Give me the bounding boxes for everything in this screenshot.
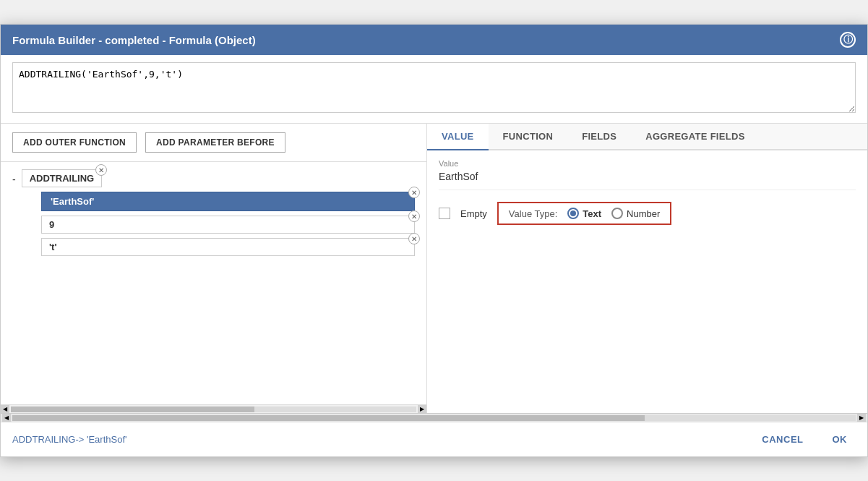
tab-content-value: Value EarthSof Empty Value Type: Text	[427, 150, 867, 413]
radio-number-label: Number	[627, 208, 660, 219]
horizontal-scroll-thumb	[11, 406, 254, 412]
horizontal-scrollbar[interactable]	[11, 406, 416, 412]
radio-text-label: Text	[583, 208, 601, 219]
add-parameter-before-button[interactable]: ADD PARAMETER BEFORE	[145, 132, 285, 153]
child-node-2-label[interactable]: 't'	[41, 238, 415, 256]
root-node-close[interactable]: ✕	[95, 164, 107, 176]
formula-area: ADDTRAILING('EarthSof',9,'t')	[1, 55, 867, 124]
value-type-label: Value Type:	[509, 208, 557, 219]
child-node-2: ✕ 't'	[41, 238, 415, 256]
child-node-0: ✕ 'EarthSof'	[41, 192, 415, 211]
value-type-box: Value Type: Text Number	[497, 202, 671, 225]
tab-fields[interactable]: FIELDS	[567, 124, 631, 150]
left-toolbar: ADD OUTER FUNCTION ADD PARAMETER BEFORE	[1, 124, 426, 162]
child-node-0-close[interactable]: ✕	[408, 187, 420, 198]
scroll-left-arrow[interactable]: ◀	[1, 405, 9, 414]
child-node-0-label[interactable]: 'EarthSof'	[41, 192, 415, 211]
cancel-button[interactable]: CANCEL	[753, 430, 812, 449]
radio-text-circle[interactable]	[567, 208, 579, 219]
radio-number-circle[interactable]	[611, 208, 623, 219]
bottom-scroll-track[interactable]	[12, 415, 856, 421]
tabs-bar: VALUE FUNCTION FIELDS AGGREGATE FIELDS	[427, 124, 867, 150]
empty-label: Empty	[460, 208, 487, 219]
child-node-1-close[interactable]: ✕	[408, 210, 420, 222]
value-type-row: Empty Value Type: Text Number	[439, 202, 856, 225]
bottom-scrollbar: ◀ ▶	[1, 413, 867, 422]
dialog-title: Formula Builder - completed - Formula (O…	[12, 34, 256, 46]
title-bar: Formula Builder - completed - Formula (O…	[1, 25, 867, 55]
ok-button[interactable]: OK	[824, 430, 856, 449]
root-node: ✕ ADDTRAILING	[22, 169, 103, 187]
bottom-scroll-thumb	[12, 415, 645, 421]
empty-checkbox[interactable]	[439, 208, 450, 219]
tab-function[interactable]: FUNCTION	[489, 124, 568, 150]
radio-text-option[interactable]: Text	[567, 208, 601, 219]
sub-nodes: ✕ 'EarthSof' ✕ 9 ✕ 't'	[41, 192, 415, 256]
value-field-text: EarthSof	[439, 171, 856, 190]
root-node-row: - ✕ ADDTRAILING	[12, 169, 415, 187]
footer-path[interactable]: ADDTRAILING-> 'EarthSof'	[12, 434, 126, 445]
bottom-scroll-right[interactable]: ▶	[857, 414, 866, 422]
child-node-2-close[interactable]: ✕	[408, 233, 420, 244]
radio-number-option[interactable]: Number	[611, 208, 660, 219]
formula-builder-dialog: Formula Builder - completed - Formula (O…	[0, 24, 868, 457]
tab-aggregate-fields[interactable]: AGGREGATE FIELDS	[631, 124, 759, 150]
value-field-label: Value	[439, 159, 856, 168]
child-node-1: ✕ 9	[41, 216, 415, 234]
bottom-scroll-left[interactable]: ◀	[2, 414, 11, 422]
right-panel: VALUE FUNCTION FIELDS AGGREGATE FIELDS V…	[427, 124, 867, 413]
tree-dash: -	[12, 174, 16, 185]
tab-value[interactable]: VALUE	[427, 124, 489, 150]
footer-actions: CANCEL OK	[753, 430, 856, 449]
info-icon-button[interactable]: ⓘ	[840, 32, 856, 48]
left-panel: ADD OUTER FUNCTION ADD PARAMETER BEFORE …	[1, 124, 427, 413]
scroll-right-arrow[interactable]: ▶	[418, 405, 426, 414]
footer: ADDTRAILING-> 'EarthSof' CANCEL OK	[1, 422, 867, 456]
formula-input[interactable]: ADDTRAILING('EarthSof',9,'t')	[12, 62, 856, 113]
root-node-label[interactable]: ADDTRAILING	[22, 169, 103, 187]
add-outer-function-button[interactable]: ADD OUTER FUNCTION	[12, 132, 137, 153]
main-content: ADD OUTER FUNCTION ADD PARAMETER BEFORE …	[1, 124, 867, 413]
child-node-1-label[interactable]: 9	[41, 216, 415, 234]
tree-area: - ✕ ADDTRAILING ✕ 'EarthSof'	[1, 162, 426, 404]
